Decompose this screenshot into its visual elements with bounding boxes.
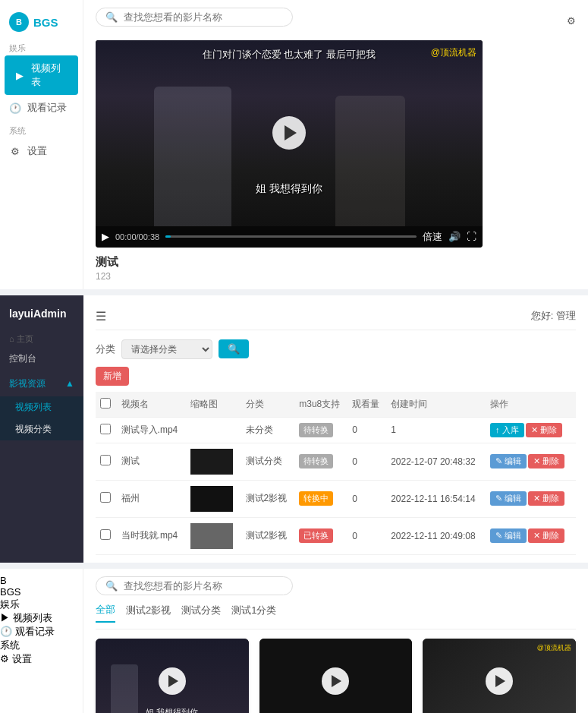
expand-icon: ▲ xyxy=(65,378,74,389)
logo1-icon: B xyxy=(9,12,29,32)
card-thumb-content xyxy=(259,639,413,713)
row-name-cell: 测试 xyxy=(117,443,187,480)
table-row: 当时我就.mp4 测试2影视 已转换 0 2022-12-11 20:49:08… xyxy=(96,517,576,554)
nav2-sub-video-list[interactable]: 视频列表 xyxy=(0,396,83,418)
section1-panel: B BGS 娱乐 ▶ 视频列表 🕐 观看记录 系统 ⚙ 设置 🔍 ⚙ xyxy=(0,0,588,289)
row-checkbox[interactable] xyxy=(100,492,111,503)
nav1-video-list-label: 视频列表 xyxy=(31,62,69,89)
video-list-icon: ▶ xyxy=(14,70,25,81)
row-checkbox-cell xyxy=(96,443,117,480)
sidebar3-item-video-list[interactable]: ▶ 视频列表 xyxy=(0,611,83,625)
settings1-button[interactable]: ⚙ xyxy=(567,15,576,27)
row-views-cell: 0 xyxy=(347,417,386,443)
progress-fill xyxy=(165,235,171,238)
row-actions-cell: ✎ 编辑✕ 删除 xyxy=(486,443,576,480)
video-frame: 住门对门谈个恋爱 也太难了 最后可把我 @顶流机器 姐 我想得到你 xyxy=(96,40,483,226)
table-row: 福州 测试2影视 转换中 0 2022-12-11 16:54:14 ✎ 编辑✕… xyxy=(96,480,576,517)
video-card[interactable]: 测试2影视 福州 0次观看 xyxy=(259,639,413,713)
row-checkbox[interactable] xyxy=(100,424,111,434)
main3-content: 🔍 全部测试2影视测试分类测试1分类 姐 我想得到你 测试分类 测试 0次观看 xyxy=(83,569,588,713)
watch3-history-icon: 🕐 xyxy=(0,626,12,637)
table-header-row: 视频名 缩略图 分类 m3u8支持 观看量 创建时间 操作 xyxy=(96,392,576,418)
card-thumb-content xyxy=(96,639,249,713)
action-删除-button[interactable]: ✕ 删除 xyxy=(528,528,564,543)
action-删除-button[interactable]: ✕ 删除 xyxy=(528,491,564,506)
filter-label: 分类 xyxy=(96,342,115,356)
action-删除-button[interactable]: ✕ 删除 xyxy=(526,423,562,437)
th-views: 观看量 xyxy=(347,392,386,418)
action-编辑-button[interactable]: ✎ 编辑 xyxy=(490,528,527,543)
filter-select[interactable]: 请选择分类 xyxy=(121,339,212,359)
row-name-cell: 福州 xyxy=(117,480,187,517)
speed-button[interactable]: 倍速 xyxy=(423,230,442,244)
sidebar3-item-watch-history[interactable]: 🕐 观看记录 xyxy=(0,625,83,639)
search-bar1[interactable]: 🔍 xyxy=(96,8,293,27)
video-meta: 123 xyxy=(96,271,576,282)
action-编辑-button[interactable]: ✎ 编辑 xyxy=(490,454,527,468)
action-编辑-button[interactable]: ✎ 编辑 xyxy=(490,491,527,506)
time-display: 00:00/00:38 xyxy=(115,232,159,241)
logo3-text: BGS xyxy=(0,586,20,598)
play-pause-button[interactable]: ▶ xyxy=(102,231,109,242)
nav3-section1-label: 娱乐 xyxy=(0,598,83,611)
card-play-button[interactable] xyxy=(322,667,349,695)
th-thumb: 缩略图 xyxy=(186,392,241,418)
nav2-sub-video-category[interactable]: 视频分类 xyxy=(0,418,83,440)
section3-panel: B BGS 娱乐 ▶ 视频列表 🕐 观看记录 系统 ⚙ 设置 🔍 全部测试2影视… xyxy=(0,569,588,713)
row-checkbox-cell xyxy=(96,417,117,443)
settings-icon: ⚙ xyxy=(9,146,21,157)
nav2-item-console[interactable]: 控制台 xyxy=(0,346,83,371)
row-checkbox[interactable] xyxy=(100,529,111,540)
th-name: 视频名 xyxy=(117,392,187,418)
row-name-cell: 测试导入.mp4 xyxy=(117,417,187,443)
logo3-icon: B xyxy=(0,575,83,586)
fullscreen-button[interactable]: ⛶ xyxy=(467,231,476,242)
play-button[interactable] xyxy=(272,116,306,150)
tab-1[interactable]: 测试2影视 xyxy=(126,604,171,622)
sidebar1-item-watch-history[interactable]: 🕐 观看记录 xyxy=(0,95,83,121)
sidebar1-item-settings[interactable]: ⚙ 设置 xyxy=(0,138,83,164)
add-video-button[interactable]: 新增 xyxy=(96,367,129,386)
sidebar3-item-settings[interactable]: ⚙ 设置 xyxy=(0,652,83,666)
filter-search-button[interactable]: 🔍 xyxy=(219,339,249,358)
action-删除-button[interactable]: ✕ 删除 xyxy=(528,454,564,468)
action-入库-button[interactable]: ↑ 入库 xyxy=(490,423,524,437)
home2-icon: ⌂ xyxy=(9,334,14,343)
th-category: 分类 xyxy=(241,392,295,418)
tab-2[interactable]: 测试分类 xyxy=(181,604,221,622)
progress-bar[interactable] xyxy=(165,235,417,238)
tab-0[interactable]: 全部 xyxy=(96,603,115,623)
filter-row: 分类 请选择分类 🔍 xyxy=(96,339,576,359)
row-name-cell: 当时我就.mp4 xyxy=(117,517,187,554)
card-play-button[interactable] xyxy=(486,667,513,695)
row-m3u8-cell: 待转换 xyxy=(294,443,347,480)
row-category-cell: 未分类 xyxy=(241,417,295,443)
tab-3[interactable]: 测试1分类 xyxy=(231,604,276,622)
search3-input[interactable] xyxy=(124,580,275,592)
search3-icon: 🔍 xyxy=(105,580,118,592)
nav1-watch-history-label: 观看记录 xyxy=(27,101,67,115)
video-card[interactable]: @顶流机器 测试2影视 当时我就.mp4 0次观看 xyxy=(423,639,576,713)
sidebar1-item-video-list[interactable]: ▶ 视频列表 xyxy=(5,55,78,95)
search1-icon: 🔍 xyxy=(105,11,118,23)
nav3-settings-label: 设置 xyxy=(12,653,32,664)
th-checkbox xyxy=(96,392,117,418)
row-checkbox[interactable] xyxy=(100,455,111,465)
search-bar3[interactable]: 🔍 xyxy=(96,576,293,595)
nav2-item-video-resources[interactable]: 影视资源 ▲ xyxy=(0,371,83,396)
video-card[interactable]: 姐 我想得到你 测试分类 测试 0次观看 xyxy=(96,639,249,713)
volume-button[interactable]: 🔊 xyxy=(448,231,461,242)
row-thumb-cell xyxy=(186,443,241,480)
table-row: 测试导入.mp4 未分类 待转换 0 1 ↑ 入库✕ 删除 xyxy=(96,417,576,443)
settings3-icon: ⚙ xyxy=(0,653,9,664)
row-created-cell: 2022-12-11 20:49:08 xyxy=(386,517,486,554)
th-created: 创建时间 xyxy=(386,392,486,418)
menu-toggle-icon[interactable]: ☰ xyxy=(96,309,106,323)
card-play-button[interactable] xyxy=(159,667,186,695)
row-created-cell: 1 xyxy=(386,417,486,443)
video-subtitle: 姐 我想得到你 xyxy=(96,182,483,196)
th-actions: 操作 xyxy=(486,392,576,418)
search1-input[interactable] xyxy=(124,11,275,23)
card-thumb: @顶流机器 xyxy=(423,639,576,713)
select-all-checkbox[interactable] xyxy=(100,398,111,409)
